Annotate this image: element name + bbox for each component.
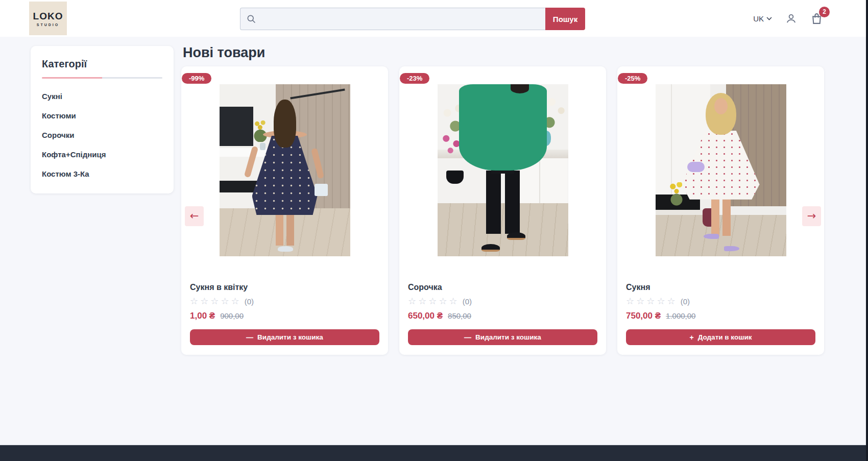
product-title[interactable]: Сукня в квітку	[190, 283, 379, 292]
decor-figure-face	[714, 98, 728, 114]
product-title[interactable]: Сукня	[626, 283, 815, 292]
star-icons: ☆☆☆☆☆	[190, 297, 242, 306]
decor-figure-bag	[446, 171, 464, 184]
product-image[interactable]	[220, 84, 350, 256]
cart-button[interactable]: 2	[810, 12, 823, 25]
categories-panel: Категорії Сукні Костюми Сорочки Кофта+Сп…	[31, 46, 174, 193]
product-card: -23% Сорочка	[399, 66, 606, 355]
product-prices: 750,00 ₴ 1.000,00	[626, 311, 815, 321]
sidebar-item-shirts[interactable]: Сорочки	[42, 131, 162, 139]
rating-count: (0)	[681, 297, 690, 306]
decor-figure-shirt	[459, 84, 547, 171]
decor-figure-shoes	[481, 244, 500, 252]
decor-figure-shoes	[278, 246, 293, 252]
logo-text: LOKO	[33, 11, 63, 22]
decor-figure-bag	[687, 162, 705, 172]
cart-button-label: Додати в кошик	[698, 333, 752, 341]
old-price: 1.000,00	[666, 311, 695, 320]
product-title[interactable]: Сорочка	[408, 283, 597, 292]
decor-wall-line	[671, 84, 672, 195]
current-price: 650,00 ₴	[408, 311, 443, 321]
product-prices: 1,00 ₴ 900,00	[190, 311, 379, 321]
page-title: Нові товари	[183, 45, 265, 61]
discount-badge: -23%	[400, 73, 429, 84]
user-icon	[785, 13, 797, 25]
decor-figure-shoes	[724, 246, 739, 251]
logo[interactable]: LOKO STUDIO	[29, 2, 67, 35]
decor-tv	[220, 107, 254, 147]
header-actions: UK 2	[753, 0, 823, 37]
search-button[interactable]: Пошук	[545, 8, 585, 30]
cart-button-label: Видалити з кошика	[475, 333, 541, 341]
add-to-cart-button[interactable]: + Додати в кошик	[626, 329, 815, 345]
current-price: 750,00 ₴	[626, 311, 661, 321]
current-price: 1,00 ₴	[190, 311, 215, 321]
rating-count: (0)	[245, 297, 254, 306]
sidebar-item-dresses[interactable]: Сукні	[42, 92, 162, 101]
remove-from-cart-button[interactable]: — Видалити з кошика	[408, 329, 597, 345]
carousel-prev-button[interactable]: ←	[185, 206, 204, 226]
product-cards: -99% Сукня в квітк	[181, 66, 824, 355]
decor-figure-bag	[315, 184, 328, 196]
discount-badge: -25%	[618, 73, 647, 84]
product-prices: 650,00 ₴ 850,00	[408, 311, 597, 321]
product-card: -25% Сукня ☆☆☆☆☆	[617, 66, 824, 355]
product-rating: ☆☆☆☆☆ (0)	[408, 297, 597, 306]
star-icons: ☆☆☆☆☆	[408, 297, 460, 306]
carousel-next-button[interactable]: →	[802, 206, 821, 226]
decor-fireplace	[220, 181, 259, 193]
category-list: Сукні Костюми Сорочки Кофта+Спідниця Кос…	[42, 92, 162, 178]
sidebar-item-top-skirt[interactable]: Кофта+Спідниця	[42, 150, 162, 159]
product-card: -99% Сукня в квітк	[181, 66, 388, 355]
sidebar-item-suit-3piece[interactable]: Костюм 3-Ка	[42, 169, 162, 178]
decor-vase	[260, 143, 266, 150]
product-rating: ☆☆☆☆☆ (0)	[626, 297, 815, 306]
product-image[interactable]	[438, 84, 568, 256]
rating-count: (0)	[463, 297, 472, 306]
decor-cabinet-line	[539, 158, 540, 206]
minus-icon: —	[246, 333, 253, 342]
plus-icon: +	[690, 333, 694, 342]
decor-figure-hair	[274, 100, 296, 148]
product-info: Сукня ☆☆☆☆☆ (0) 750,00 ₴ 1.000,00 + Дода…	[617, 283, 824, 345]
language-label: UK	[753, 14, 764, 23]
logo-subtext: STUDIO	[37, 23, 59, 27]
cart-count-badge: 2	[819, 7, 830, 17]
decor-figure-legs	[486, 171, 520, 234]
old-price: 850,00	[448, 311, 471, 320]
categories-title: Категорії	[42, 58, 162, 70]
decor-figure-shoes	[507, 232, 525, 240]
search-input[interactable]	[240, 8, 545, 30]
remove-from-cart-button[interactable]: — Видалити з кошика	[190, 329, 379, 345]
decor-figure-legs	[276, 215, 294, 246]
minus-icon: —	[464, 333, 471, 342]
discount-badge: -99%	[182, 73, 211, 84]
account-button[interactable]	[785, 13, 797, 25]
categories-divider	[42, 77, 162, 79]
language-selector[interactable]: UK	[753, 14, 772, 23]
scrollbar-track[interactable]	[866, 0, 868, 461]
product-rating: ☆☆☆☆☆ (0)	[190, 297, 379, 306]
product-info: Сукня в квітку ☆☆☆☆☆ (0) 1,00 ₴ 900,00 —…	[181, 283, 388, 345]
decor-figure-legs	[711, 198, 731, 235]
header: LOKO STUDIO Пошук UK 2	[0, 0, 868, 37]
decor-flowers	[252, 120, 269, 142]
new-products-slider: ← → -99%	[181, 66, 824, 355]
decor-figure-shoes	[704, 234, 719, 239]
search-bar: Пошук	[240, 8, 585, 30]
old-price: 900,00	[220, 311, 244, 320]
footer	[0, 445, 868, 461]
chevron-down-icon	[766, 17, 772, 20]
cart-button-label: Видалити з кошика	[257, 333, 323, 341]
product-info: Сорочка ☆☆☆☆☆ (0) 650,00 ₴ 850,00 — Вида…	[399, 283, 606, 345]
star-icons: ☆☆☆☆☆	[626, 297, 678, 306]
product-image[interactable]	[656, 84, 786, 256]
decor-figure-hair	[511, 84, 529, 93]
sidebar-item-suits[interactable]: Костюми	[42, 111, 162, 120]
